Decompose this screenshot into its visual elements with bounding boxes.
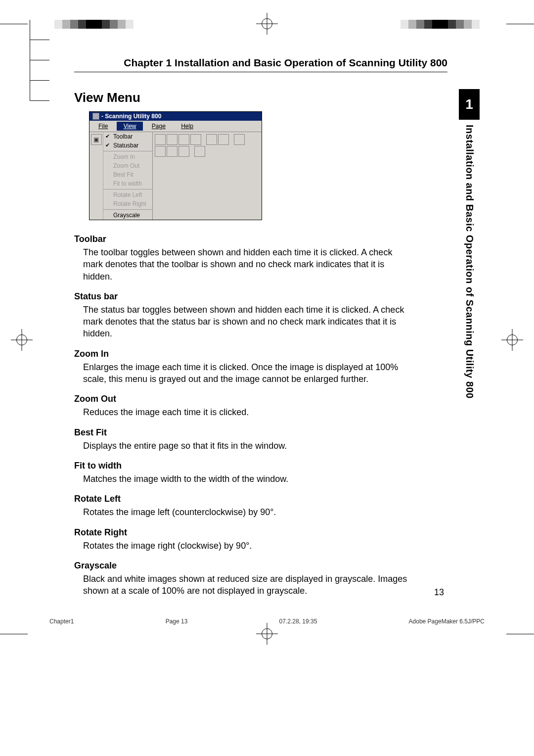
chapter-tab-label: Installation and Basic Operation of Scan… [464,125,475,399]
menu-item-fit-to-width: Fit to width [103,179,152,188]
menu-item-rotate-left: Rotate Left [103,190,152,199]
slug-center: Page 13 [166,618,188,625]
menu-item-toolbar[interactable]: Toolbar [103,132,152,141]
left-toolbar: ▣ [89,132,103,220]
slug-left: Chapter1 [49,618,74,625]
toolbar-help-icon[interactable] [194,146,205,157]
app-screenshot: - Scanning Utility 800 File View Page He… [89,111,262,220]
toolbar-button-icon[interactable] [167,146,178,157]
chapter-title: Chapter 1 Installation and Basic Operati… [74,57,447,72]
term-statusbar: Status bar [74,291,447,302]
app-icon [92,113,99,120]
page-number: 13 [434,587,444,598]
term-rotate-right: Rotate Right [74,527,447,538]
canvas-area [153,159,262,204]
toolbar-button-icon[interactable] [178,134,189,145]
window-title: - Scanning Utility 800 [101,113,161,120]
register-mark-right [501,329,523,351]
desc-grayscale: Black and white images shown at reduced … [83,573,409,597]
toolbar-button-icon[interactable] [155,146,166,157]
desc-rotate-right: Rotates the image right (clockwise) by 9… [83,540,409,552]
menubar: File View Page Help [89,121,262,132]
toolbar-button-icon[interactable] [167,134,178,145]
view-menu-dropdown: Toolbar Statusbar Zoom In Zoom Out Best … [103,132,153,220]
menu-item-zoom-out: Zoom Out [103,161,152,170]
page: 1 Installation and Basic Operation of Sc… [0,0,534,756]
slug-date: 07.2.28, 19:35 [279,618,317,625]
menu-item-best-fit: Best Fit [103,170,152,179]
menu-view[interactable]: View [117,122,143,131]
chapter-tab-number: 1 [459,89,480,120]
desc-rotate-left: Rotates the image left (counterclockwise… [83,506,409,518]
term-grayscale: Grayscale [74,561,447,571]
term-fit-to-width: Fit to width [74,461,447,471]
content-column: Chapter 1 Installation and Basic Operati… [74,57,447,597]
menu-page[interactable]: Page [145,122,173,131]
term-zoom-out: Zoom Out [74,394,447,404]
toolbar-button-icon[interactable] [155,134,166,145]
top-toolbar [153,132,262,159]
chapter-tab: 1 Installation and Basic Operation of Sc… [459,89,480,399]
menu-item-grayscale[interactable]: Grayscale [103,211,152,220]
slug-app: Adobe PageMaker 6.5J/PPC [409,618,485,625]
term-toolbar: Toolbar [74,234,447,244]
desc-zoom-out: Reduces the image each time it is clicke… [83,406,409,418]
menu-help[interactable]: Help [174,122,200,131]
menu-item-rotate-right: Rotate Right [103,199,152,208]
menu-file[interactable]: File [91,122,115,131]
desc-zoom-in: Enlarges the image each time it is click… [83,361,409,385]
register-mark-left [11,329,33,351]
desc-fit-to-width: Matches the image width to the width of … [83,473,409,485]
section-title: View Menu [74,90,447,105]
toolbar-button-icon[interactable] [234,134,245,145]
definitions: Toolbar The toolbar toggles between show… [74,234,447,597]
desc-statusbar: The status bar toggles between shown and… [83,304,409,340]
toolbar-button-icon[interactable] [178,146,189,157]
toolbar-button-icon[interactable] [190,134,201,145]
desc-best-fit: Displays the entire page so that it fits… [83,440,409,452]
term-zoom-in: Zoom In [74,349,447,359]
term-best-fit: Best Fit [74,427,447,438]
menu-item-statusbar[interactable]: Statusbar [103,141,152,150]
toolbar-button-icon[interactable] [206,134,217,145]
desc-toolbar: The toolbar toggles between shown and hi… [83,246,409,283]
slug-line: Chapter1 Page 13 07.2.28, 19:35 Adobe Pa… [49,618,485,625]
term-rotate-left: Rotate Left [74,494,447,504]
toolbar-button-icon[interactable] [218,134,229,145]
menu-item-zoom-in: Zoom In [103,152,152,161]
window-titlebar: - Scanning Utility 800 [89,112,262,121]
scan-button-icon[interactable]: ▣ [91,134,102,145]
